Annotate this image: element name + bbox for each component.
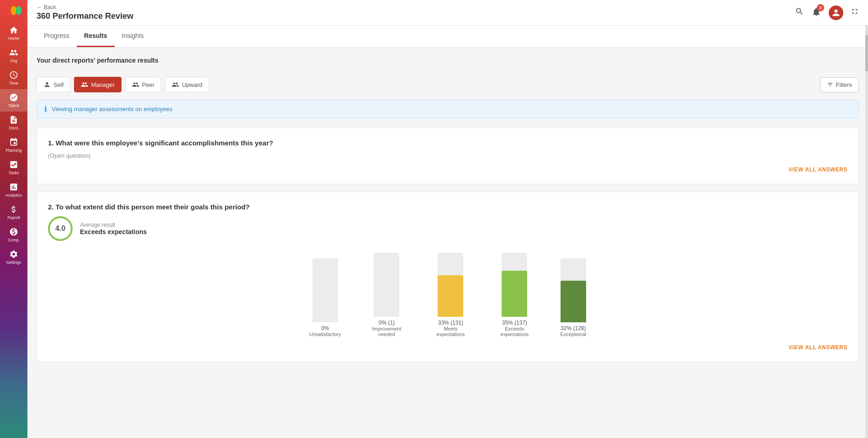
manager-review-button[interactable]: Manager [74,77,121,92]
bar-unsatisfactory: 0% Unsatisfactory [309,258,341,337]
sidebar-item-settings[interactable]: Settings [0,246,27,268]
view-all-answers-link-2[interactable]: VIEW ALL ANSWERS [789,344,847,351]
section-heading: Your direct reports' performance results [37,57,859,64]
bar-chart: 0% Unsatisfactory 0% (1) Improvement nee… [48,255,847,337]
back-link[interactable]: Back [37,4,133,11]
bar-meets-expectations: 33% (131) Meets expectations [432,253,469,337]
sidebar-item-talent[interactable]: Talent [0,89,27,112]
bar-name-2: Meets expectations [432,326,469,337]
bar-pct-3: 35% (137) [502,320,527,326]
svg-point-2 [16,6,22,15]
bar-pct-0: 0% [321,325,329,331]
tab-progress[interactable]: Progress [37,26,77,47]
page-header: Back 360 Performance Review 3 [27,0,868,26]
sidebar-item-comp[interactable]: Comp. [0,224,27,246]
question-card-1: 1. What were this employee's significant… [37,128,859,184]
bar-name-4: Exceptional [560,331,586,337]
average-value: Exceeds expectations [80,228,147,235]
question-2-title: 2. To what extent did this person meet t… [48,203,847,211]
sidebar-item-time[interactable]: Time [0,67,27,89]
chart-average: 4.0 Average result Exceeds expectations [48,216,847,241]
review-type-buttons: Self Manager Peer Upward [37,77,209,92]
sidebar-item-org[interactable]: Org [0,44,27,67]
bar-exceptional: 32% (128) Exceptional [560,258,586,337]
upward-review-button[interactable]: Upward [165,77,209,92]
tab-results[interactable]: Results [77,26,115,47]
peer-review-button[interactable]: Peer [125,77,161,92]
sidebar-item-payroll[interactable]: Payroll [0,201,27,224]
page-title: 360 Performance Review [37,11,133,21]
sidebar: Home Org Time Talent Docs Planning Tasks… [0,0,27,438]
main-body: Your direct reports' performance results… [27,48,868,438]
scrollbar-thumb[interactable] [865,35,868,71]
bar-pct-2: 33% (131) [438,320,463,326]
sidebar-item-docs[interactable]: Docs [0,112,27,134]
bar-pct-4: 32% (128) [561,325,586,331]
bar-name-1: Improvement needed [368,326,405,337]
bar-pct-1: 0% (1) [379,320,395,326]
expand-icon[interactable] [851,7,859,18]
bar-improvement-needed: 0% (1) Improvement needed [368,253,405,337]
search-icon[interactable] [795,7,804,18]
svg-point-1 [11,6,17,15]
svg-point-0 [6,6,12,15]
question-card-2: 2. To what extent did this person meet t… [37,192,859,362]
bar-name-3: Exceeds expectations [496,326,533,337]
average-circle: 4.0 [48,216,73,241]
bar-exceeds-expectations: 35% (137) Exceeds expectations [496,253,533,337]
bar-name-0: Unsatisfactory [309,331,341,337]
sidebar-item-home[interactable]: Home [0,22,27,44]
review-type-controls: Your direct reports' performance results… [37,57,859,92]
average-label: Average result [80,222,147,228]
info-icon: ℹ [44,105,47,113]
main-content: Back 360 Performance Review 3 Progress R… [27,0,868,438]
user-avatar[interactable] [829,5,843,20]
view-all-answers-link-1[interactable]: VIEW ALL ANSWERS [789,166,847,173]
app-logo[interactable] [5,4,23,17]
notification-badge: 3 [817,4,824,11]
question-1-subtitle: (Open question) [48,152,847,159]
sidebar-item-tasks[interactable]: Tasks [0,156,27,179]
filters-button[interactable]: Filters [820,77,859,92]
view-all-answers-1: VIEW ALL ANSWERS [48,166,847,173]
sidebar-item-planning[interactable]: Planning [0,134,27,156]
question-1-title: 1. What were this employee's significant… [48,139,847,147]
info-banner: ℹ Viewing manager assessments on employe… [37,100,859,118]
tab-insights[interactable]: Insights [115,26,151,47]
sidebar-item-analytics[interactable]: Analytics [0,179,27,201]
notifications-button[interactable]: 3 [811,7,821,19]
self-review-button[interactable]: Self [37,77,70,92]
tab-bar: Progress Results Insights [27,26,868,48]
scrollbar-track[interactable] [865,26,868,438]
view-all-answers-2: VIEW ALL ANSWERS [48,344,847,351]
